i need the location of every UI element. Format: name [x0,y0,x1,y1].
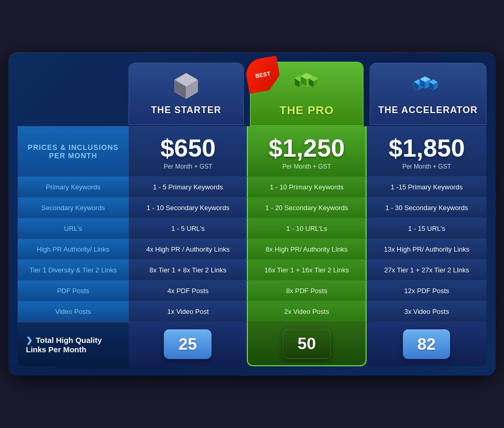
feature-row-2: URL's 1 - 5 URL's 1 - 10 URL'Ls 1 - 15 U… [18,218,486,239]
feature-accel-1: 1 - 30 Secondary Keywords [367,197,486,218]
feature-accel-3: 13x High PR/ Authority Links [367,239,486,259]
feature-col-empty [18,62,129,126]
accelerator-plan-header: ThE ACCELERATOR [370,63,486,125]
feature-accel-0: 1 -15 Primary Keywords [367,176,486,197]
pro-period: Per Month + GST [253,163,360,170]
accelerator-header-cell: ThE ACCELERATOR [367,62,486,126]
total-starter-cell: 25 [129,322,247,366]
pricing-table: ThE STARTER BEST [18,62,486,366]
total-starter-badge: 25 [164,329,212,359]
total-label-text: Total High Quality Links Per Month [26,336,102,354]
starter-plan-name: ThE STARTER [134,105,238,116]
feature-pro-6: 2x Video Posts [247,301,367,322]
feature-label-0: Primary Keywords [18,176,129,197]
prices-section-label: PRICES & INCLUSIONS PER MONTH [18,126,129,176]
feature-accel-2: 1 - 15 URL's [367,218,486,239]
prices-section-row: PRICES & INCLUSIONS PER MONTH $650 Per M… [18,126,486,176]
total-pro-badge: 50 [283,328,331,359]
accelerator-period: Per Month + GST [372,163,481,170]
feature-pro-5: 8x PDF Posts [247,280,367,301]
pro-icon [290,68,323,100]
feature-label-4: Tier 1 Diversity & Tier 2 Links [18,259,129,280]
feature-label-2: URL's [18,218,129,239]
total-row: ❯Total High Quality Links Per Month 25 5… [18,322,486,366]
feature-accel-4: 27x Tier 1 + 27x Tier 2 LInks [367,259,486,280]
total-arrow: ❯ [26,336,33,344]
feature-accel-6: 3x Video Posts [367,301,486,322]
starter-header-cell: ThE STARTER [129,62,247,126]
pricing-wrapper: ThE STARTER BEST [8,52,496,376]
feature-starter-6: 1x Video Post [129,301,247,322]
accelerator-plan-name: ThE ACCELERATOR [375,105,481,116]
feature-pro-3: 8x High PR/ Authority LInks [247,239,367,259]
accelerator-price: $1,850 [372,136,481,161]
total-accel-badge: 82 [403,329,451,359]
starter-period: Per Month + GST [134,163,242,170]
feature-pro-0: 1 - 10 Primary Keywords [247,176,367,197]
feature-row-4: Tier 1 Diversity & Tier 2 Links 8x Tier … [18,259,486,280]
feature-row-6: Video Posts 1x Video Post 2x Video Posts… [18,301,486,322]
best-badge: BEST [244,56,282,94]
accelerator-icon [411,70,444,101]
total-accel-cell: 82 [367,322,486,366]
total-pro-cell: 50 [247,322,367,366]
pro-plan-name: THE PRO [256,104,358,117]
feature-pro-1: 1 - 20 Secondary Keywords [247,197,367,218]
feature-starter-4: 8x Tier 1 + 8x Tier 2 Links [129,259,247,280]
pro-header-cell: BEST [247,62,367,126]
feature-label-3: High PR Authority/ Links [18,239,129,259]
feature-accel-5: 12x PDF Posts [367,280,486,301]
header-row: ThE STARTER BEST [18,62,486,126]
total-label-cell: ❯Total High Quality Links Per Month [18,322,129,366]
starter-icon [170,70,203,101]
pro-plan-header: BEST [250,62,363,126]
feature-row-1: Secondary Keywords 1 - 10 Secondary Keyw… [18,197,486,218]
starter-price-cell: $650 Per Month + GST [129,126,247,176]
feature-starter-0: 1 - 5 Primary Keywords [129,176,247,197]
feature-starter-1: 1 - 10 Secondary Keywords [129,197,247,218]
feature-starter-3: 4x High PR / Authority Links [129,239,247,259]
accelerator-price-cell: $1,850 Per Month + GST [367,126,486,176]
feature-label-6: Video Posts [18,301,129,322]
pro-price: $1,250 [253,136,360,161]
feature-pro-2: 1 - 10 URL'Ls [247,218,367,239]
feature-label-1: Secondary Keywords [18,197,129,218]
starter-price: $650 [134,136,242,161]
starter-plan-header: ThE STARTER [129,63,244,125]
feature-row-0: Primary Keywords 1 - 5 Primary Keywords … [18,176,486,197]
feature-pro-4: 16x Tier 1 + 16x Tier 2 Links [247,259,367,280]
feature-label-5: PDF Posts [18,280,129,301]
feature-starter-5: 4x PDF Posts [129,280,247,301]
feature-row-5: PDF Posts 4x PDF Posts 8x PDF Posts 12x … [18,280,486,301]
feature-row-3: High PR Authority/ Links 4x High PR / Au… [18,239,486,259]
pro-price-cell: $1,250 Per Month + GST [247,126,367,176]
feature-starter-2: 1 - 5 URL's [129,218,247,239]
